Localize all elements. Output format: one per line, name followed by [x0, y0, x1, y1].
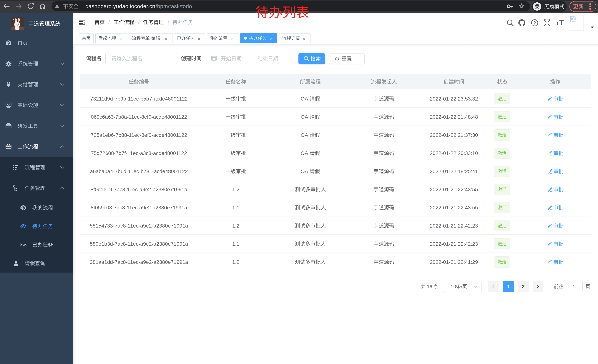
svg-text:725a1eb6-7b88-11ec-8ef0-acde48: 725a1eb6-7b88-11ec-8ef0-acde48001122 [91, 132, 187, 138]
svg-text:-: - [150, 36, 151, 41]
svg-text:T: T [559, 18, 564, 27]
svg-text:58154733-7ac8-11ec-a9e2-a2380e: 58154733-7ac8-11ec-a9e2-a2380e71991a [90, 223, 188, 229]
svg-text:2022-01-21 22:43:55: 2022-01-21 22:43:55 [430, 187, 478, 192]
svg-text:1: 1 [573, 284, 575, 289]
svg-text:dashboard.yudao.iocoder.cn: dashboard.yudao.iocoder.cn [85, 3, 155, 9]
svg-text:OA: OA [301, 169, 309, 174]
svg-text:8f0d1619-7ac8-11ec-a9e2-a2380e: 8f0d1619-7ac8-11ec-a9e2-a2380e71991a [91, 187, 187, 192]
svg-text:2: 2 [522, 284, 525, 289]
svg-text:2022-01-22 18:25:41: 2022-01-22 18:25:41 [430, 169, 478, 174]
svg-text:2022-01-22 23:53:32: 2022-01-22 23:53:32 [430, 96, 478, 102]
svg-text:/bpm/task/todo: /bpm/task/todo [156, 3, 192, 9]
svg-text:16: 16 [425, 284, 433, 289]
svg-text:2022-01-21 22:42:23: 2022-01-21 22:42:23 [430, 223, 478, 229]
svg-text:1: 1 [507, 284, 510, 289]
svg-text:OA: OA [301, 114, 309, 120]
svg-text:10: 10 [451, 284, 456, 289]
svg-text:/: / [168, 19, 169, 25]
svg-text:1.2: 1.2 [232, 187, 240, 192]
svg-text:069c6a63-7b8a-11ec-8ef0-acde48: 069c6a63-7b8a-11ec-8ef0-acde48001122 [91, 114, 187, 120]
svg-text:/: / [108, 19, 110, 25]
svg-text:73211d9d-7b9b-11ec-b5b7-acde48: 73211d9d-7b9b-11ec-b5b7-acde48001122 [90, 96, 188, 102]
svg-text:OA: OA [301, 96, 309, 102]
svg-text:¥: ¥ [7, 81, 11, 88]
svg-text:2022-01-21 22:41:29: 2022-01-21 22:41:29 [430, 259, 478, 265]
svg-text:1.1: 1.1 [232, 241, 240, 247]
svg-text:2022-01-22 21:37:30: 2022-01-22 21:37:30 [430, 132, 478, 138]
svg-text:1.2: 1.2 [232, 259, 240, 265]
svg-text:2022-01-22 21:48:48: 2022-01-22 21:48:48 [430, 114, 478, 120]
svg-text:75d72608-7b7f-11ec-a3c8-acde48: 75d72608-7b7f-11ec-a3c8-acde48001122 [91, 150, 187, 156]
svg-text:1.1: 1.1 [232, 205, 240, 210]
svg-text:381aa1dd-7ac8-11ec-a9e2-a2380e: 381aa1dd-7ac8-11ec-a9e2-a2380e71991a [90, 259, 188, 265]
svg-text:2022-01-21 22:43:55: 2022-01-21 22:43:55 [430, 205, 478, 210]
svg-text:-: - [247, 56, 249, 61]
svg-text:580e1b3d-7ac8-11ec-a9e2-a2380e: 580e1b3d-7ac8-11ec-a9e2-a2380e71991a [90, 241, 188, 247]
svg-text:/: / [461, 284, 462, 289]
svg-text:OA: OA [301, 150, 309, 156]
svg-text:8f059c03-7ac8-11ec-a9e2-a2380e: 8f059c03-7ac8-11ec-a9e2-a2380e71991a [91, 205, 187, 210]
svg-text:2022-01-21 22:42:23: 2022-01-21 22:42:23 [430, 241, 478, 247]
svg-text:/: / [138, 19, 140, 25]
svg-text:OA: OA [301, 132, 309, 138]
svg-text:1.2: 1.2 [232, 223, 240, 229]
svg-text:a6aba0a4-7b6d-11ec-b781-acde48: a6aba0a4-7b6d-11ec-b781-acde48001122 [90, 169, 188, 174]
svg-text:2022-01-22 20:33:10: 2022-01-22 20:33:10 [430, 150, 478, 156]
svg-text:T: T [556, 21, 559, 26]
svg-text:?: ? [533, 21, 536, 25]
